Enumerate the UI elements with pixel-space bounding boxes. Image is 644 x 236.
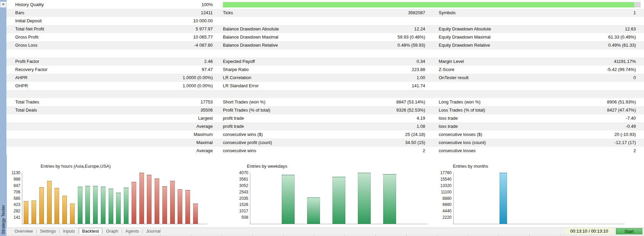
stat-value: 223.88 [345,66,425,74]
report-row[interactable]: Total Trades17753Short Trades (won %)884… [6,98,644,106]
report-row[interactable]: Averageconsecutive wins2consecutive loss… [6,147,644,155]
stat-label: profit trade [223,122,345,131]
entries-by-hours-chart: Entries by hours (Asia,Europe,USA)113098… [7,164,223,231]
y-axis-label: 141 [7,215,20,220]
y-axis-label: 8880 [438,196,452,201]
report-row[interactable]: Gross Loss-4 087.80Balance Drawdown Rela… [6,41,644,49]
stat-label: Gross Loss [15,41,117,49]
stat-value: 59.93 (0.48%) [345,33,425,41]
y-axis-label: 1526 [235,202,248,207]
stat-value: -12.17 (17) [550,139,636,147]
stat-label: Bars [15,9,117,17]
stat-value: 25 (24.18) [345,131,425,139]
stat-value: 0 [550,74,636,82]
report-row[interactable]: Bars12411Ticks3582087Symbols1 [6,9,644,17]
stat-label: Equity Drawdown Relative [439,41,550,49]
report-row[interactable]: Maximalconsecutive profit (count)34.50 (… [6,139,644,147]
y-axis-label: 13320 [438,183,452,188]
stat-value: 34.50 (15) [345,139,425,147]
start-button[interactable]: Start [616,228,642,234]
stat-value: Average [117,147,213,155]
report-row[interactable]: Total Deals35506Profit Trades (% of tota… [6,106,644,114]
report-spacer-row [6,49,644,57]
y-axis-label: 4070 [235,170,248,175]
y-axis-label: 17760 [438,170,452,175]
stat-value: 20 (-10.93) [550,131,636,139]
y-axis-label: 2220 [438,215,452,220]
stat-label: consecutive wins [223,147,345,155]
tab-settings[interactable]: Settings [37,228,59,235]
report-row[interactable]: Maximumconsecutive wins ($)25 (24.18)con… [6,131,644,139]
report-row[interactable]: Initial Deposit10 000.00 [6,17,644,25]
stat-value: 10 000.00 [117,17,213,25]
stat-label: profit trade [223,114,345,122]
panel-title: Strategy Tester [1,205,6,234]
stat-value: 0.34 [345,57,425,66]
chart-bar [62,196,67,224]
stat-label: OnTester result [439,74,550,82]
stat-label: Profit Trades (% of total) [223,106,345,114]
chart-title: Entries by hours (Asia,Europe,USA) [41,164,111,169]
report-row[interactable]: Gross Profit10 065.77Balance Drawdown Ma… [6,33,644,41]
stat-value: Average [117,122,213,131]
stat-value: 12.24 [345,25,425,33]
y-axis-label: 4440 [438,209,452,213]
y-axis-label: 282 [7,209,20,213]
tab-backtest[interactable]: Backtest [79,228,102,235]
stat-value: 3582087 [345,9,425,17]
close-icon[interactable]: × [0,2,6,7]
tab-journal[interactable]: Journal [143,228,164,235]
stat-value: 0.48% (59.93) [345,41,425,49]
stat-value: 0.49% (61.33) [550,41,636,49]
stat-value: 12411 [117,9,213,17]
chart-bar [132,182,136,224]
stat-value: 1.0000 (0.00%) [117,82,213,90]
stat-value: 1.08 [345,122,425,131]
stat-value: -7.40 [550,114,636,122]
stat-label: Z-Score [439,66,550,74]
chart-bar [124,188,129,224]
stat-label: Profit Factor [15,57,117,66]
stat-value: 2 [345,147,425,155]
stat-label: Total Trades [15,98,117,106]
y-axis-label: 706 [7,190,20,194]
history-quality-progress [223,2,641,7]
stat-value: 8427 (47.47%) [550,106,636,114]
stat-label: consecutive loss (count) [439,139,550,147]
stat-value: Maximal [117,139,213,147]
chart-bar [155,179,159,224]
chart-plot-area [453,173,624,224]
tab-strip: OverviewSettingsInputsBacktestGraphAgent… [6,228,644,235]
stat-value: -4 087.80 [117,41,213,49]
y-axis-label: 1130 [7,170,20,175]
chart-bar [24,201,28,224]
tab-inputs[interactable]: Inputs [60,228,78,235]
tab-agents[interactable]: Agents [122,228,142,235]
history-quality-row[interactable]: History Quality 100% [6,1,644,9]
report-row[interactable]: Recovery Factor97.47Sharpe Ratio223.88Z-… [6,66,644,74]
stat-label: consecutive profit (count) [223,139,345,147]
stat-value: 17753 [117,98,213,106]
stat-label: Balance Drawdown Relative [223,41,345,49]
stat-value: 1 [550,9,636,17]
report-row[interactable]: Profit Factor2.46Expected Payoff0.34Marg… [6,57,644,66]
tab-graph[interactable]: Graph [102,228,121,235]
chart-bar [47,181,52,224]
chart-plot-area [250,173,428,224]
tab-overview[interactable]: Overview [11,228,36,235]
report-row[interactable]: AHPR1.0000 (0.00%)LR Correlation1.00OnTe… [6,74,644,82]
report-row[interactable]: Largestprofit trade4.19loss trade-7.40 [6,114,644,122]
report-row[interactable]: Averageprofit trade1.08loss trade-0.49 [6,122,644,131]
chart-bar [39,187,44,224]
timer-display: 00:13:10 / 00:13:10 [565,228,614,235]
stat-label: Equity Drawdown Absolute [439,25,550,33]
chart-bar [193,204,198,224]
stat-label: loss trade [439,114,550,122]
stat-label: LR Standard Error [223,82,345,90]
chart-bar [358,173,371,224]
stat-label: Total Deals [15,106,117,114]
report-row[interactable]: Total Net Profit5 977.97Balance Drawdown… [6,25,644,33]
stat-label: AHPR [15,74,117,82]
stat-value: 1.0000 (0.00%) [117,74,213,82]
report-row[interactable]: GHPR1.0000 (0.00%)LR Standard Error141.7… [6,82,644,90]
